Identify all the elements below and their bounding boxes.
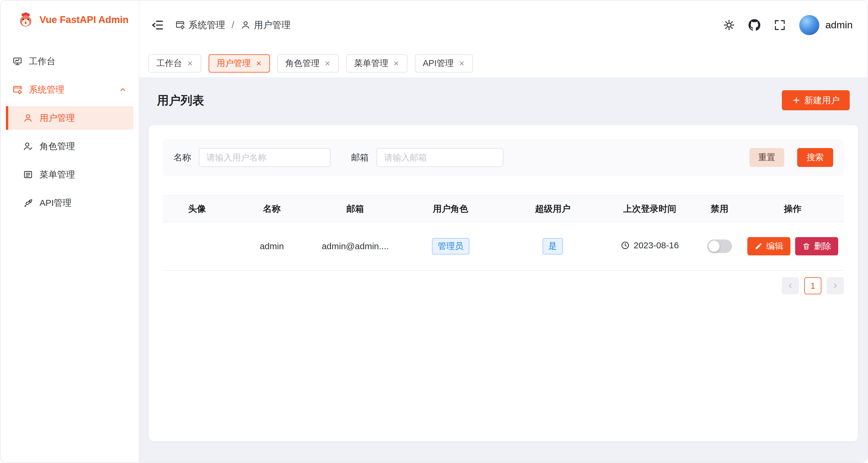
new-user-button[interactable]: 新建用户 — [782, 90, 850, 110]
role-tag: 管理员 — [432, 238, 469, 255]
app-title: Vue FastAPI Admin — [39, 14, 129, 25]
user-menu[interactable]: admin — [799, 15, 852, 35]
column-header-name: 名称 — [231, 196, 313, 222]
github-icon — [748, 19, 760, 31]
delete-button-label: 删除 — [814, 240, 831, 252]
logo[interactable]: Vue FastAPI Admin — [1, 1, 139, 39]
delete-button[interactable]: 删除 — [795, 237, 838, 255]
trash-icon — [802, 242, 810, 251]
column-header-disabled: 禁用 — [698, 196, 742, 222]
sidebar-item-label: 菜单管理 — [39, 169, 75, 181]
sidebar-item-label: 角色管理 — [39, 140, 75, 153]
sidebar-item-label: 系统管理 — [29, 84, 64, 96]
close-icon[interactable] — [187, 60, 193, 67]
user-list-card: 名称 邮箱 重置 搜索 — [149, 125, 858, 441]
sidebar-collapse-button[interactable] — [151, 19, 164, 32]
tab-label: API管理 — [423, 58, 454, 69]
breadcrumb: 系统管理 / 用户管理 — [175, 19, 290, 31]
disable-toggle[interactable] — [707, 239, 732, 253]
rooster-logo-icon — [17, 11, 34, 28]
sidebar-item-workbench[interactable]: 工作台 — [6, 49, 133, 73]
fullscreen-icon — [774, 19, 786, 31]
collapse-sidebar-icon — [151, 19, 164, 32]
topbar: 系统管理 / 用户管理 — [139, 1, 867, 49]
column-header-last-login: 上次登录时间 — [602, 196, 698, 222]
tab-api-management[interactable]: API管理 — [415, 54, 473, 72]
fullscreen-button[interactable] — [774, 19, 786, 31]
column-header-actions: 操作 — [742, 196, 844, 222]
tab-workbench[interactable]: 工作台 — [148, 54, 201, 72]
table-row: admin admin@admin.... 管理员 是 — [163, 222, 844, 270]
sidebar-menu: 工作台 系统管理 用户管理 — [1, 39, 139, 215]
pagination: 1 — [163, 277, 844, 294]
plus-icon — [792, 96, 801, 105]
role-cell: 管理员 — [398, 222, 503, 270]
reset-button[interactable]: 重置 — [749, 148, 784, 167]
tab-role-management[interactable]: 角色管理 — [277, 54, 339, 72]
edit-button-label: 编辑 — [766, 240, 783, 252]
system-settings-icon — [12, 85, 23, 95]
email-filter-label: 邮箱 — [351, 152, 369, 164]
sidebar-item-system[interactable]: 系统管理 — [6, 78, 133, 101]
filter-actions: 重置 搜索 — [749, 148, 833, 167]
tab-menu-management[interactable]: 菜单管理 — [346, 54, 407, 72]
breadcrumb-item-users[interactable]: 用户管理 — [241, 19, 290, 31]
name-filter-input[interactable] — [199, 148, 331, 167]
sidebar-item-user-management[interactable]: 用户管理 — [6, 106, 133, 130]
breadcrumb-label: 系统管理 — [189, 19, 225, 31]
close-icon[interactable] — [393, 60, 400, 67]
column-header-avatar: 头像 — [163, 196, 231, 222]
menu-list-icon — [23, 170, 33, 179]
email-filter-input[interactable] — [376, 148, 503, 167]
filter-panel: 名称 邮箱 重置 搜索 — [163, 139, 844, 176]
api-rocket-icon — [23, 198, 33, 208]
prev-page-button[interactable] — [782, 277, 799, 294]
role-icon — [23, 141, 33, 151]
superuser-tag: 是 — [542, 238, 563, 255]
theme-toggle-button[interactable] — [723, 19, 735, 31]
next-page-button[interactable] — [827, 277, 844, 294]
column-header-email: 邮箱 — [313, 196, 398, 222]
avatar — [799, 15, 819, 35]
github-link[interactable] — [748, 19, 760, 31]
tabbar: 工作台 用户管理 角色管理 菜单管理 API管理 — [139, 49, 867, 77]
tab-label: 用户管理 — [217, 58, 251, 69]
content-header: 用户列表 新建用户 — [149, 86, 858, 114]
user-icon — [241, 20, 250, 30]
sidebar-item-api-management[interactable]: API管理 — [6, 191, 133, 215]
clock-icon — [620, 241, 630, 250]
breadcrumb-item-system[interactable]: 系统管理 — [175, 19, 225, 31]
close-icon[interactable] — [459, 60, 465, 67]
sidebar-item-label: 工作台 — [29, 56, 56, 68]
name-filter-label: 名称 — [174, 152, 191, 164]
last-login-cell: 2023-08-16 — [602, 222, 698, 270]
username: admin — [825, 19, 852, 31]
disabled-cell — [698, 222, 742, 270]
tab-label: 工作台 — [156, 58, 182, 69]
breadcrumb-separator: / — [231, 20, 234, 30]
sidebar-item-label: 用户管理 — [39, 112, 75, 124]
chevron-right-icon — [831, 282, 839, 290]
page-number-button[interactable]: 1 — [804, 277, 822, 294]
sidebar-item-label: API管理 — [39, 197, 71, 209]
last-login-value: 2023-08-16 — [633, 240, 679, 251]
sidebar-item-role-management[interactable]: 角色管理 — [6, 134, 133, 158]
column-header-superuser: 超级用户 — [503, 196, 602, 222]
monitor-icon — [12, 56, 23, 66]
close-icon[interactable] — [255, 60, 262, 67]
edit-button[interactable]: 编辑 — [747, 237, 790, 255]
main-area: 系统管理 / 用户管理 — [139, 1, 867, 462]
pencil-icon — [754, 242, 763, 251]
users-table: 头像 名称 邮箱 用户角色 超级用户 上次登录时间 禁用 操作 — [163, 195, 844, 271]
avatar-cell — [163, 222, 231, 270]
table-header-row: 头像 名称 邮箱 用户角色 超级用户 上次登录时间 禁用 操作 — [163, 196, 844, 222]
topbar-actions: admin — [723, 15, 852, 35]
search-button[interactable]: 搜索 — [797, 148, 833, 167]
sun-icon — [723, 19, 735, 31]
close-icon[interactable] — [324, 60, 331, 67]
sidebar-item-menu-management[interactable]: 菜单管理 — [6, 163, 133, 187]
user-icon — [23, 113, 33, 123]
breadcrumb-label: 用户管理 — [254, 19, 290, 31]
tab-label: 角色管理 — [285, 58, 319, 69]
tab-user-management[interactable]: 用户管理 — [209, 54, 270, 72]
